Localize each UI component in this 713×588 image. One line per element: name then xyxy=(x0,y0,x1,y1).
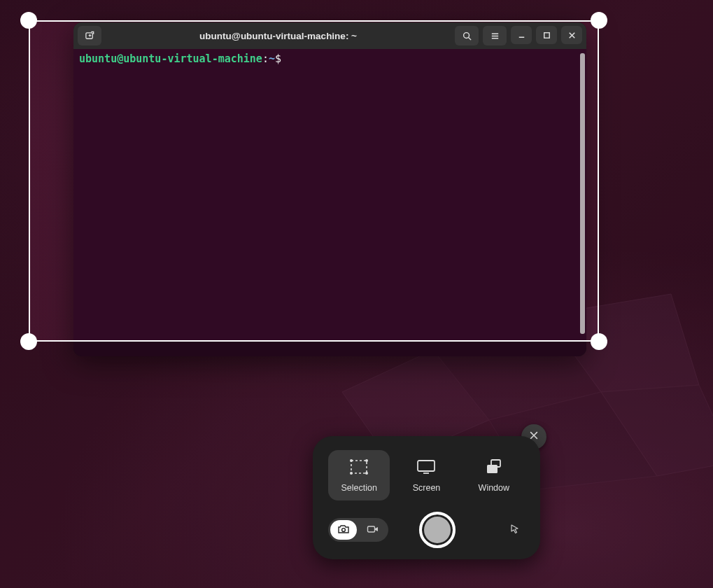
screenshot-panel: Selection Screen Window xyxy=(313,436,540,559)
toggle-video[interactable] xyxy=(360,520,386,540)
svg-rect-18 xyxy=(487,465,497,473)
selection-handle-top-right[interactable] xyxy=(591,12,607,29)
terminal-titlebar[interactable]: ubuntu@ubuntu-virtual-machine: ~ xyxy=(73,22,586,49)
prompt-user-host: ubuntu@ubuntu-virtual-machine xyxy=(79,52,262,65)
show-pointer-toggle[interactable] xyxy=(505,520,525,540)
mode-screen[interactable]: Screen xyxy=(395,450,457,500)
svg-line-7 xyxy=(468,37,471,40)
terminal-prompt-line: ubuntu@ubuntu-virtual-machine:~$ xyxy=(79,52,581,66)
svg-rect-20 xyxy=(368,526,375,532)
video-icon xyxy=(367,524,379,536)
screen-icon xyxy=(416,458,437,477)
svg-rect-10 xyxy=(351,461,367,473)
svg-rect-9 xyxy=(544,32,549,38)
mode-window-label: Window xyxy=(479,483,509,493)
screenshot-dim-overlay xyxy=(0,20,29,342)
search-button[interactable] xyxy=(455,26,479,46)
terminal-scrollbar[interactable] xyxy=(580,53,585,334)
selection-handle-bottom-right[interactable] xyxy=(591,333,607,350)
mode-selection-label: Selection xyxy=(341,483,376,493)
svg-point-13 xyxy=(350,472,353,475)
svg-point-14 xyxy=(365,472,368,475)
window-icon xyxy=(483,458,504,477)
toggle-photo[interactable] xyxy=(330,520,357,540)
svg-point-11 xyxy=(350,459,353,462)
capture-mode-row: Selection Screen Window xyxy=(328,450,525,500)
selection-handle-top-left[interactable] xyxy=(20,12,37,29)
screenshot-dim-overlay xyxy=(599,20,713,342)
terminal-body[interactable]: ubuntu@ubuntu-virtual-machine:~$ xyxy=(73,49,586,356)
prompt-separator: : xyxy=(262,52,269,65)
close-button[interactable] xyxy=(561,26,582,44)
selection-icon xyxy=(348,458,369,477)
svg-point-19 xyxy=(342,528,346,531)
camera-icon xyxy=(337,524,350,536)
terminal-title: ubuntu@ubuntu-virtual-machine: ~ xyxy=(199,31,357,41)
prompt-symbol: $ xyxy=(275,52,281,65)
cursor-icon xyxy=(510,524,520,536)
mode-screen-label: Screen xyxy=(413,483,441,493)
terminal-window: ubuntu@ubuntu-virtual-machine: ~ ubuntu@… xyxy=(73,22,586,356)
capture-type-toggle[interactable] xyxy=(328,518,388,542)
panel-bottom-row xyxy=(328,512,525,548)
prompt-path: ~ xyxy=(269,52,275,65)
hamburger-menu-button[interactable] xyxy=(483,26,507,46)
capture-shutter-button[interactable] xyxy=(419,512,456,548)
maximize-button[interactable] xyxy=(536,26,557,44)
new-tab-button[interactable] xyxy=(78,26,101,46)
minimize-button[interactable] xyxy=(511,26,532,44)
svg-rect-15 xyxy=(418,461,435,471)
mode-selection[interactable]: Selection xyxy=(328,450,390,500)
svg-point-12 xyxy=(365,459,368,462)
mode-window[interactable]: Window xyxy=(463,450,525,500)
selection-handle-bottom-left[interactable] xyxy=(20,333,37,350)
svg-point-6 xyxy=(463,32,469,38)
